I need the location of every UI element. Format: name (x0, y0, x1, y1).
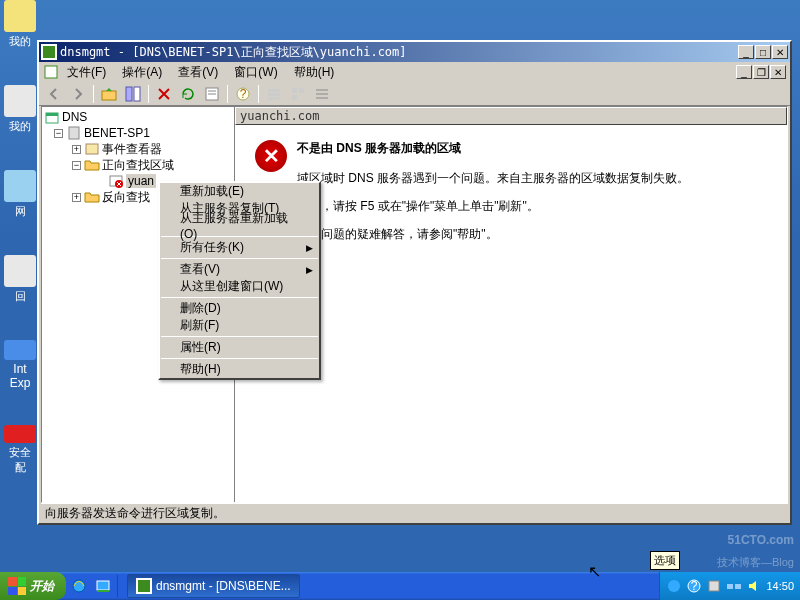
details-header: yuanchi.com (235, 107, 787, 125)
svg-rect-34 (709, 581, 719, 591)
child-restore-button[interactable]: ❐ (753, 65, 769, 79)
status-text: 向服务器发送命令进行区域复制。 (45, 505, 225, 522)
collapse-icon[interactable]: − (54, 129, 63, 138)
properties-button[interactable] (201, 84, 223, 104)
list-button[interactable] (263, 84, 285, 104)
ctx-properties[interactable]: 属性(R) (160, 339, 319, 356)
ctx-delete[interactable]: 删除(D) (160, 300, 319, 317)
tray-icon[interactable]: ? (686, 578, 702, 594)
svg-rect-21 (46, 113, 58, 116)
content-area: DNS −BENET-SP1 +事件查看器 −正向查找区域 yuan +反向查找… (41, 106, 788, 503)
mmc-window: dnsmgmt - [DNS\BENET-SP1\正向查找区域\yuanchi.… (37, 40, 792, 525)
error-p2: 问题，请按 F5 或在"操作"菜单上单击"刷新"。 (297, 197, 767, 215)
titlebar[interactable]: dnsmgmt - [DNS\BENET-SP1\正向查找区域\yuanchi.… (39, 42, 790, 62)
svg-rect-28 (97, 590, 109, 592)
ql-desktop-icon[interactable] (92, 574, 114, 598)
list2-button[interactable] (287, 84, 309, 104)
close-button[interactable]: ✕ (772, 45, 788, 59)
collapse-icon[interactable]: − (72, 161, 81, 170)
start-button[interactable]: 开始 (0, 572, 66, 600)
error-icon: ✕ (255, 140, 287, 172)
tray-icon[interactable] (666, 578, 682, 594)
submenu-arrow-icon: ▶ (306, 265, 313, 275)
book-icon (84, 141, 100, 157)
desktop-icon[interactable]: 我的 (4, 85, 36, 135)
taskbar-task[interactable]: dnsmgmt - [DNS\BENE... (127, 574, 300, 598)
watermark: 51CTO.com技术博客—Blog (717, 526, 794, 570)
svg-rect-23 (86, 144, 98, 154)
forward-button[interactable] (67, 84, 89, 104)
svg-rect-2 (45, 66, 57, 78)
menubar-handle[interactable] (43, 64, 59, 80)
svg-rect-36 (735, 584, 741, 589)
systray: ? 14:50 (659, 572, 800, 600)
minimize-button[interactable]: _ (738, 45, 754, 59)
up-button[interactable] (98, 84, 120, 104)
menu-action[interactable]: 操作(A) (114, 62, 170, 83)
dns-icon (44, 109, 60, 125)
menu-window[interactable]: 窗口(W) (226, 62, 285, 83)
error-message: 不是由 DNS 服务器加载的区域 域区域时 DNS 服务器遇到一个问题。来自主服… (297, 140, 767, 487)
svg-rect-16 (292, 95, 297, 100)
delete-button[interactable] (153, 84, 175, 104)
server-icon (66, 125, 82, 141)
statusbar: 向服务器发送命令进行区域复制。 (41, 503, 788, 523)
svg-rect-11 (268, 89, 280, 92)
details-button[interactable] (311, 84, 333, 104)
back-button[interactable] (43, 84, 65, 104)
svg-rect-3 (102, 91, 116, 100)
desktop-icon[interactable]: IntExp (4, 340, 36, 390)
svg-text:?: ? (691, 579, 698, 593)
svg-rect-14 (292, 88, 297, 93)
svg-rect-1 (43, 46, 55, 58)
expand-icon[interactable]: + (72, 193, 81, 202)
desktop-icon[interactable]: 安全配 (4, 425, 36, 475)
tree-forward-zone[interactable]: −正向查找区域 (72, 157, 232, 173)
menu-view[interactable]: 查看(V) (170, 62, 226, 83)
error-p1: 域区域时 DNS 服务器遇到一个问题。来自主服务器的区域数据复制失败。 (297, 169, 767, 187)
toolbar: ? (39, 82, 790, 106)
tray-icon[interactable] (706, 578, 722, 594)
ql-ie-icon[interactable] (68, 574, 90, 598)
folder-open-icon (84, 157, 100, 173)
desktop-icon[interactable]: 回 (4, 255, 36, 305)
ctx-view[interactable]: 查看(V)▶ (160, 261, 319, 278)
child-minimize-button[interactable]: _ (736, 65, 752, 79)
help-button[interactable]: ? (232, 84, 254, 104)
expand-icon[interactable]: + (72, 145, 81, 154)
svg-rect-30 (138, 580, 150, 592)
ctx-reload-from-master[interactable]: 从主服务器重新加载(O) (160, 217, 319, 234)
tray-volume-icon[interactable] (746, 578, 762, 594)
svg-rect-4 (126, 87, 132, 101)
svg-rect-15 (299, 88, 304, 93)
menu-help[interactable]: 帮助(H) (286, 62, 343, 83)
desktop-icon[interactable]: 我的 (4, 0, 36, 50)
ctx-help[interactable]: 帮助(H) (160, 361, 319, 378)
clock[interactable]: 14:50 (766, 580, 794, 592)
refresh-button[interactable] (177, 84, 199, 104)
folder-icon (84, 189, 100, 205)
ctx-new-window[interactable]: 从这里创建窗口(W) (160, 278, 319, 295)
taskbar: 开始 dnsmgmt - [DNS\BENE... ? 14:50 (0, 572, 800, 600)
svg-rect-22 (69, 127, 79, 139)
error-title: 不是由 DNS 服务器加载的区域 (297, 140, 767, 157)
tree-server[interactable]: −BENET-SP1 (54, 125, 232, 141)
tree-event-viewer[interactable]: +事件查看器 (72, 141, 232, 157)
menu-file[interactable]: 文件(F) (59, 62, 114, 83)
child-close-button[interactable]: ✕ (770, 65, 786, 79)
ctx-reload[interactable]: 重新加载(E) (160, 183, 319, 200)
ctx-all-tasks[interactable]: 所有任务(K)▶ (160, 239, 319, 256)
ctx-refresh[interactable]: 刷新(F) (160, 317, 319, 334)
app-icon (41, 44, 57, 60)
context-menu: 重新加载(E) 从主服务器复制(T) 从主服务器重新加载(O) 所有任务(K)▶… (158, 181, 321, 380)
window-title: dnsmgmt - [DNS\BENET-SP1\正向查找区域\yuanchi.… (60, 44, 738, 61)
tree-root-dns[interactable]: DNS (44, 109, 232, 125)
desktop-icon[interactable]: 网 (4, 170, 36, 220)
tray-network-icon[interactable] (726, 578, 742, 594)
submenu-arrow-icon: ▶ (306, 243, 313, 253)
menubar: 文件(F) 操作(A) 查看(V) 窗口(W) 帮助(H) _ ❐ ✕ (39, 62, 790, 82)
show-hide-console-button[interactable] (122, 84, 144, 104)
app-icon (136, 578, 152, 594)
maximize-button[interactable]: □ (755, 45, 771, 59)
error-p3: 区域问题的疑难解答，请参阅"帮助"。 (297, 225, 767, 243)
